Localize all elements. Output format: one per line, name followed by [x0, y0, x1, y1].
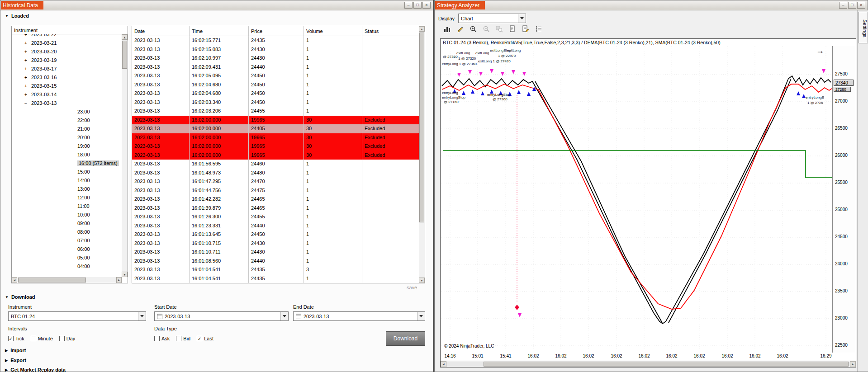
tree-expander-icon[interactable]: +: [24, 39, 27, 47]
download-button[interactable]: Download: [386, 331, 425, 346]
scroll-right-icon[interactable]: ►: [116, 277, 122, 283]
table-row[interactable]: 2023-03-1316:01:44.756244751: [132, 186, 425, 195]
table-row[interactable]: 2023-03-1316:02:04.680244501: [132, 80, 425, 89]
column-header-price[interactable]: Price: [249, 26, 304, 36]
tree-item[interactable]: +2023-03-17: [12, 65, 122, 73]
tree-expander-icon[interactable]: +: [24, 82, 27, 90]
display-select[interactable]: Chart: [458, 14, 526, 23]
table-row[interactable]: 2023-03-1316:02:10.997244301: [132, 54, 425, 63]
instrument-select[interactable]: BTC 01-24: [8, 311, 146, 321]
tree-item[interactable]: +2023-03-15: [12, 82, 122, 90]
download-section-header[interactable]: ▼ Download: [5, 294, 35, 300]
tree-item[interactable]: +2023-03-19: [12, 56, 122, 65]
table-row[interactable]: 2023-03-1316:02:04.680244501: [132, 89, 425, 98]
checkbox-bid[interactable]: Bid: [176, 336, 190, 341]
unchecked-checkbox-icon[interactable]: [154, 336, 160, 341]
replay-section-header[interactable]: ▶ Get Market Replay data: [5, 367, 66, 372]
table-row[interactable]: 2023-03-1316:01:39.879244651: [132, 204, 425, 213]
tree-item[interactable]: 16:00 (572 items): [12, 159, 122, 168]
table-row[interactable]: 2023-03-1316:02:03.206244551: [132, 107, 425, 116]
export-section-header[interactable]: ▶ Export: [5, 358, 26, 363]
tree-item[interactable]: −2023-03-13: [12, 99, 122, 108]
tree-vscroll-thumb[interactable]: [122, 41, 127, 69]
tree-item[interactable]: 23:00: [12, 108, 122, 116]
table-vscrollbar[interactable]: ▲ ▼: [419, 26, 425, 283]
tree-item[interactable]: 13:00: [12, 185, 122, 193]
table-vscroll-thumb[interactable]: [419, 33, 424, 222]
table-row[interactable]: 2023-03-1316:01:23.331244401: [132, 221, 425, 231]
settings-tab[interactable]: Settings: [859, 12, 868, 43]
table-row[interactable]: 2023-03-1316:02:00.0001996530Excluded: [132, 116, 425, 125]
tree-expander-icon[interactable]: −: [24, 99, 27, 108]
list-icon[interactable]: [534, 24, 544, 34]
document-edit-icon[interactable]: [521, 24, 531, 34]
table-row[interactable]: 2023-03-1316:02:00.0001996530Excluded: [132, 151, 425, 160]
end-date-select[interactable]: 2023-03-13: [293, 311, 425, 321]
tree-item[interactable]: 22:00: [12, 116, 122, 125]
chart-hscrollbar[interactable]: ◄ ►: [441, 361, 856, 367]
tree-hscrollbar[interactable]: ◄ ►: [12, 277, 122, 283]
tree-item[interactable]: 08:00: [12, 228, 122, 236]
dropdown-button[interactable]: [417, 312, 425, 320]
table-row[interactable]: 2023-03-1316:01:08.560244401: [132, 257, 425, 266]
scroll-right-icon[interactable]: ►: [850, 361, 856, 367]
tree-item[interactable]: 12:00: [12, 193, 122, 202]
table-row[interactable]: 2023-03-1316:01:26.300244551: [132, 212, 425, 221]
unchecked-checkbox-icon[interactable]: [59, 336, 65, 341]
price-axis[interactable]: 27340 27280 2750027000265002600025500250…: [832, 46, 856, 353]
scroll-down-icon[interactable]: ▼: [419, 278, 425, 283]
minimize-button[interactable]: –: [839, 2, 847, 9]
table-row[interactable]: 2023-03-1316:02:15.771244351: [132, 36, 425, 45]
table-row[interactable]: 2023-03-1316:02:00.0001996530Excluded: [132, 142, 425, 151]
start-date-select[interactable]: 2023-03-13: [154, 311, 289, 321]
table-row[interactable]: 2023-03-1316:01:04.541244351: [132, 274, 425, 283]
column-header-date[interactable]: Date: [132, 26, 190, 36]
scroll-left-icon[interactable]: ◄: [12, 277, 17, 283]
tree-item[interactable]: +2023-03-21: [12, 39, 122, 47]
tree-item[interactable]: 10:00: [12, 211, 122, 219]
checked-checkbox-icon[interactable]: ✓: [8, 336, 14, 341]
column-header-volume[interactable]: Volume: [304, 26, 362, 36]
maximize-button[interactable]: □: [413, 2, 422, 9]
pencil-icon[interactable]: [455, 24, 465, 34]
tree-vscrollbar[interactable]: ▲ ▼: [122, 34, 128, 277]
tree-expander-icon[interactable]: +: [24, 65, 27, 73]
tree-item[interactable]: 15:00: [12, 168, 122, 176]
unchecked-checkbox-icon[interactable]: [31, 336, 36, 341]
tree-expander-icon[interactable]: +: [24, 73, 27, 82]
tree-item[interactable]: 19:00: [12, 142, 122, 151]
tree-item[interactable]: +2023-03-16: [12, 73, 122, 82]
sa-titlebar[interactable]: Strategy Analyzer –□×: [435, 0, 868, 10]
table-row[interactable]: 2023-03-1316:02:03.340244501: [132, 98, 425, 107]
table-row[interactable]: 2023-03-1316:01:42.282244651: [132, 195, 425, 204]
dropdown-button[interactable]: [280, 312, 288, 320]
checkbox-minute[interactable]: Minute: [31, 336, 53, 341]
dropdown-button[interactable]: [518, 14, 526, 23]
tree-expander-icon[interactable]: +: [24, 34, 27, 39]
tree-item[interactable]: 18:00: [12, 151, 122, 159]
tree-hscroll-thumb[interactable]: [18, 278, 86, 283]
table-row[interactable]: 2023-03-1316:01:56.595244601: [132, 160, 425, 169]
tree-item[interactable]: +2023-03-20: [12, 47, 122, 56]
checkbox-tick[interactable]: ✓Tick: [8, 336, 24, 341]
chart-hscroll-thumb[interactable]: [484, 362, 849, 367]
jump-to-end-icon[interactable]: →: [816, 46, 824, 56]
bar-chart-icon[interactable]: [442, 24, 452, 34]
import-section-header[interactable]: ▶ Import: [5, 348, 26, 353]
scroll-left-icon[interactable]: ◄: [441, 361, 446, 367]
tree-item[interactable]: 06:00: [12, 245, 122, 254]
tree-item[interactable]: 20:00: [12, 133, 122, 142]
minimize-button[interactable]: –: [404, 2, 413, 9]
chart-plot-area[interactable]: exitLongexitLongexitLongStopexitLong1 @ …: [441, 46, 832, 353]
maximize-button[interactable]: □: [848, 2, 856, 9]
table-row[interactable]: 2023-03-1316:01:10.711244301: [132, 248, 425, 257]
table-row[interactable]: 2023-03-1316:01:10.715244301: [132, 239, 425, 248]
scroll-down-icon[interactable]: ▼: [122, 272, 128, 277]
chart-panel[interactable]: BTC 01-24 (3 Renko), RenkoRafikV5(True,T…: [440, 38, 856, 367]
checked-checkbox-icon[interactable]: ✓: [197, 336, 202, 341]
close-button[interactable]: ×: [422, 2, 431, 9]
tree-expander-icon[interactable]: +: [24, 90, 27, 99]
loaded-section-header[interactable]: ▼ Loaded: [5, 13, 29, 19]
tree-item[interactable]: 04:00: [12, 262, 122, 271]
column-header-time[interactable]: Time: [190, 26, 249, 36]
